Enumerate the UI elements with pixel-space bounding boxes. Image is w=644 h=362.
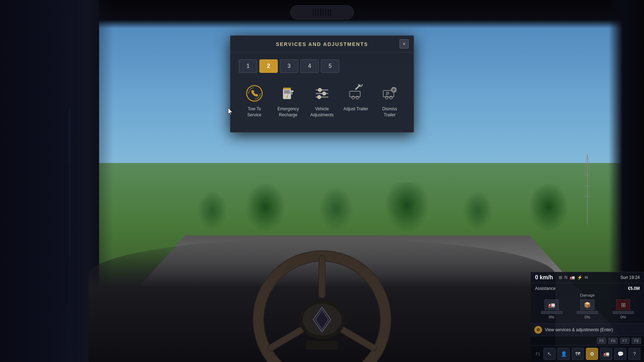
svg-rect-26 [291, 90, 294, 92]
cursor-button[interactable]: ↖ [544, 348, 556, 360]
help-button[interactable]: ? [628, 348, 640, 360]
svg-rect-25 [284, 90, 290, 94]
svg-line-8 [589, 164, 590, 175]
tab-2[interactable]: 2 [259, 59, 278, 73]
services-label: View services & adjustments (Enter) [545, 327, 613, 332]
tab-4[interactable]: 4 [300, 59, 319, 73]
emergency-recharge-icon [279, 84, 297, 103]
gear-button[interactable]: ⚙ [586, 348, 598, 360]
tow-to-service-icon [245, 84, 264, 103]
assistance-value: €5.0M [628, 286, 640, 291]
modal-header: SERVICES AND ADJUSTMENTS × [230, 36, 414, 52]
modal-close-button[interactable]: × [399, 39, 409, 48]
trees [88, 182, 644, 235]
steering-wheel [251, 249, 393, 362]
speaker-hole [328, 9, 329, 16]
truck-button[interactable]: 🚛 [600, 348, 612, 360]
trailer-damage-bar [613, 311, 634, 314]
speed-display: 0 km/h [535, 274, 554, 281]
assistance-label: Assistance [535, 286, 556, 291]
services-gear-icon: ⚙ [534, 326, 542, 334]
vehicle-adjustments-item[interactable]: Vehicle Adjustments [306, 80, 338, 122]
svg-rect-22 [322, 341, 338, 350]
svg-line-14 [271, 330, 301, 348]
cargo-damage-icon: 📦 [580, 299, 594, 310]
svg-rect-41 [355, 84, 361, 90]
cargo-damage: 📦 0% [577, 299, 598, 319]
direction-icon: ⊞ [559, 275, 562, 280]
fkey-f6[interactable]: F6 [608, 338, 618, 344]
adjust-trailer-label: Adjust Trailer [344, 106, 368, 112]
modal-title: SERVICES AND ADJUSTMENTS [276, 41, 368, 47]
tab-3[interactable]: 3 [280, 59, 298, 73]
cargo-damage-pct: 0% [585, 315, 590, 319]
speaker-hole [323, 9, 324, 16]
emergency-recharge-label: Emergency Recharge [277, 106, 299, 118]
speaker-hole [330, 9, 331, 16]
speaker-hole [318, 9, 319, 16]
emergency-recharge-item[interactable]: Emergency Recharge [273, 80, 304, 122]
svg-rect-38 [350, 91, 360, 97]
tab-1[interactable]: 1 [239, 59, 257, 73]
lightning-icon: ⚡ [577, 275, 582, 280]
trailer-damage-icon: ⊞ [616, 299, 630, 310]
map-button[interactable]: 🗺 [572, 348, 584, 360]
fkey-f8[interactable]: F8 [632, 338, 641, 344]
adjust-trailer-icon [347, 84, 365, 103]
dismiss-trailer-item[interactable]: P P Dismiss Trailer [374, 80, 405, 122]
cargo-damage-bar [577, 311, 598, 314]
chat-button[interactable]: 💬 [614, 348, 626, 360]
svg-rect-28 [283, 88, 291, 89]
trailer-damage-pct: 0% [620, 315, 626, 319]
assistance-row: Assistance €5.0M [535, 286, 640, 291]
trailer-damage: ⊞ 0% [613, 299, 634, 319]
time-display: Sun 19:24 [620, 275, 640, 280]
damage-icons: 🚛 0% 📦 0% ⊞ 0% [535, 299, 640, 319]
truck-icon: 🚛 [570, 275, 575, 280]
dismiss-trailer-icon: P P [380, 84, 399, 103]
svg-text:P: P [393, 88, 395, 92]
fkey-f7[interactable]: F7 [620, 338, 629, 344]
mail-icon: ✉ [585, 275, 588, 280]
f1-label: F1 [534, 351, 541, 357]
close-icon: × [403, 41, 406, 47]
speaker [290, 5, 354, 19]
fkey-f5[interactable]: F5 [597, 338, 606, 344]
speaker-hole [315, 9, 316, 16]
hud-assist-damage: Assistance €5.0M Damage 🚛 0% 📦 0% [531, 283, 644, 323]
tow-to-service-label: Tow To Service [247, 106, 261, 118]
person-button[interactable]: 👤 [558, 348, 570, 360]
hud-status-icons: ⊞ N 🚛 ⚡ ✉ [559, 275, 588, 280]
fkey-bar: F5 F6 F7 F8 [531, 336, 644, 345]
tower [584, 154, 591, 224]
truck-damage-pct: 0% [549, 315, 554, 319]
tow-to-service-item[interactable]: Tow To Service [239, 80, 270, 122]
adjust-trailer-item[interactable]: Adjust Trailer [340, 80, 372, 122]
svg-line-16 [343, 330, 373, 348]
svg-rect-30 [316, 93, 328, 94]
service-tabs: 1 2 3 4 5 [239, 59, 405, 73]
truck-damage-bar [541, 311, 562, 314]
view-services-bar[interactable]: ⚙ View services & adjustments (Enter) [531, 323, 644, 336]
damage-title: Damage [535, 293, 640, 297]
svg-rect-29 [316, 89, 328, 90]
speaker-hole [325, 9, 326, 16]
truck-damage: 🚛 0% [541, 299, 562, 319]
truck-damage-icon: 🚛 [545, 299, 559, 310]
vehicle-adjustments-icon [313, 84, 331, 103]
svg-point-36 [323, 93, 325, 94]
modal-body: 1 2 3 4 5 [230, 52, 414, 132]
services-grid: Tow To Service [239, 80, 405, 122]
dismiss-trailer-label: Dismiss Trailer [382, 106, 397, 118]
svg-point-37 [318, 97, 320, 98]
hud-panel: 0 km/h ⊞ N 🚛 ⚡ ✉ Sun 19:24 Assistance €5… [531, 272, 644, 362]
svg-rect-21 [306, 341, 322, 350]
services-modal: SERVICES AND ADJUSTMENTS × 1 2 3 4 5 [230, 35, 414, 133]
speaker-hole [320, 9, 321, 16]
vehicle-adjustments-label: Vehicle Adjustments [310, 106, 334, 118]
tab-5[interactable]: 5 [321, 59, 339, 73]
svg-text:P: P [386, 91, 389, 97]
svg-rect-27 [292, 92, 292, 95]
speaker-hole [313, 9, 314, 16]
dashboard [88, 238, 556, 362]
